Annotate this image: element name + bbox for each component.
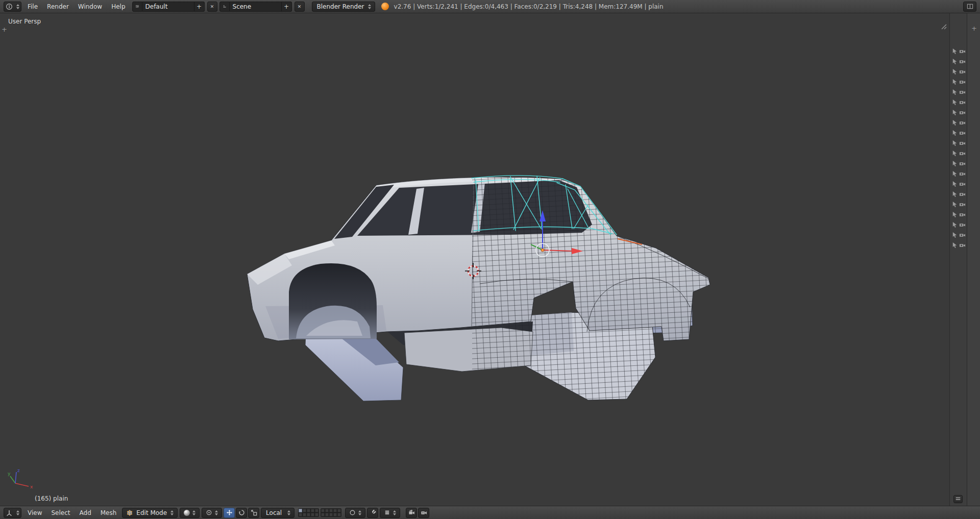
layer-toggle[interactable]: [337, 509, 341, 512]
restrict-render-camera-icon[interactable]: [959, 201, 966, 208]
restrict-render-camera-icon[interactable]: [959, 150, 966, 157]
restrict-render-camera-icon[interactable]: [959, 58, 966, 65]
restrict-select-cursor-icon[interactable]: [951, 58, 958, 65]
manipulator-rotate-toggle[interactable]: [236, 508, 247, 518]
delete-scene-button[interactable]: ✕: [295, 2, 305, 12]
restrict-select-cursor-icon[interactable]: [951, 150, 958, 157]
restrict-render-camera-icon[interactable]: [959, 181, 966, 187]
restrict-select-cursor-icon[interactable]: [951, 211, 958, 218]
region-expand-icon[interactable]: +: [2, 27, 7, 33]
restrict-select-cursor-icon[interactable]: [951, 130, 958, 136]
restrict-render-camera-icon[interactable]: [959, 99, 966, 106]
menu-mesh[interactable]: Mesh: [96, 506, 121, 519]
layer-toggle[interactable]: [303, 513, 306, 516]
manipulator-translate-toggle[interactable]: [224, 508, 235, 518]
menu-window[interactable]: Window: [74, 0, 107, 13]
layer-toggle[interactable]: [315, 509, 318, 512]
layer-toggle[interactable]: [321, 513, 325, 516]
outliner-rows: [951, 46, 966, 250]
panel-corner-button[interactable]: [953, 495, 963, 503]
restrict-render-camera-icon[interactable]: [959, 109, 966, 116]
restrict-select-cursor-icon[interactable]: [951, 89, 958, 95]
viewport-3d[interactable]: User Persp + x y z (165) plain: [0, 13, 949, 506]
restrict-render-camera-icon[interactable]: [959, 68, 966, 75]
restrict-select-cursor-icon[interactable]: [951, 170, 958, 177]
layer-toggle[interactable]: [321, 509, 325, 512]
restrict-select-cursor-icon[interactable]: [951, 242, 958, 249]
layer-toggle[interactable]: [307, 513, 310, 516]
add-scene-button[interactable]: +: [282, 2, 292, 12]
restrict-render-camera-icon[interactable]: [959, 140, 966, 146]
restrict-render-camera-icon[interactable]: [959, 221, 966, 228]
add-layout-button[interactable]: +: [194, 2, 205, 12]
browse-scene-button[interactable]: [219, 2, 230, 12]
restrict-select-cursor-icon[interactable]: [951, 160, 958, 167]
layer-toggle[interactable]: [311, 513, 314, 516]
layer-toggle[interactable]: [325, 513, 329, 516]
restrict-select-cursor-icon[interactable]: [951, 201, 958, 208]
restrict-render-camera-icon[interactable]: [959, 191, 966, 197]
restrict-render-camera-icon[interactable]: [959, 119, 966, 126]
restrict-render-camera-icon[interactable]: [959, 232, 966, 238]
restrict-select-cursor-icon[interactable]: [951, 68, 958, 75]
proportional-edit-dropdown[interactable]: [345, 508, 365, 518]
scene-name-field[interactable]: Scene: [230, 2, 282, 12]
menu-render[interactable]: Render: [42, 0, 74, 13]
menu-select[interactable]: Select: [46, 506, 75, 519]
restrict-select-cursor-icon[interactable]: [951, 221, 958, 228]
restrict-select-cursor-icon[interactable]: [951, 191, 958, 197]
browse-layout-button[interactable]: [132, 2, 142, 12]
layer-toggle[interactable]: [333, 509, 337, 512]
restrict-select-cursor-icon[interactable]: [951, 232, 958, 238]
menu-add[interactable]: Add: [75, 506, 96, 519]
restrict-render-camera-icon[interactable]: [959, 160, 966, 167]
snap-toggle[interactable]: [367, 508, 378, 518]
menu-file[interactable]: File: [23, 0, 42, 13]
restrict-render-camera-icon[interactable]: [959, 242, 966, 249]
layer-toggle[interactable]: [311, 509, 314, 512]
menu-help[interactable]: Help: [107, 0, 130, 13]
mode-dropdown[interactable]: Edit Mode: [122, 508, 178, 518]
restrict-render-camera-icon[interactable]: [959, 79, 966, 85]
restrict-select-cursor-icon[interactable]: [951, 109, 958, 116]
axis-z-label: z: [17, 468, 20, 473]
restrict-select-cursor-icon[interactable]: [951, 99, 958, 106]
restrict-render-camera-icon[interactable]: [959, 48, 966, 55]
restrict-render-camera-icon[interactable]: [959, 130, 966, 136]
restrict-select-cursor-icon[interactable]: [951, 181, 958, 187]
layer-toggle[interactable]: [329, 509, 333, 512]
layer-toggle[interactable]: [303, 509, 306, 512]
manipulator-scale-toggle[interactable]: [248, 508, 259, 518]
orientation-dropdown[interactable]: Local: [261, 508, 295, 518]
layer-toggle[interactable]: [299, 513, 302, 516]
restrict-render-camera-icon[interactable]: [959, 170, 966, 177]
layer-toggle[interactable]: [307, 509, 310, 512]
restrict-select-cursor-icon[interactable]: [951, 48, 958, 55]
shading-dropdown[interactable]: [180, 508, 200, 518]
layer-toggle[interactable]: [299, 509, 302, 512]
header-corner-button[interactable]: [963, 2, 976, 12]
restrict-select-cursor-icon[interactable]: [951, 79, 958, 85]
car-mesh-object[interactable]: [247, 168, 717, 408]
editor-type-button-3dview[interactable]: [4, 508, 21, 518]
layer-toggle[interactable]: [315, 513, 318, 516]
layout-name-field[interactable]: Default: [142, 2, 194, 12]
layer-toggle[interactable]: [325, 509, 329, 512]
restrict-render-camera-icon[interactable]: [959, 89, 966, 95]
editor-type-button-info[interactable]: [4, 2, 21, 12]
restrict-render-camera-icon[interactable]: [959, 211, 966, 218]
pivot-dropdown[interactable]: [202, 508, 222, 518]
delete-layout-button[interactable]: ✕: [207, 2, 217, 12]
restrict-select-cursor-icon[interactable]: [951, 140, 958, 146]
render-engine-dropdown[interactable]: Blender Render: [312, 2, 375, 12]
menu-view[interactable]: View: [23, 506, 46, 519]
corner-resize-handle[interactable]: [940, 22, 947, 30]
layer-toggle[interactable]: [337, 513, 341, 516]
layer-toggle[interactable]: [333, 513, 337, 516]
restrict-select-cursor-icon[interactable]: [951, 119, 958, 126]
opengl-render-anim-button[interactable]: [418, 508, 429, 518]
snap-element-dropdown[interactable]: [380, 508, 400, 518]
layer-toggle[interactable]: [329, 513, 333, 516]
region-expand-icon[interactable]: +: [971, 24, 977, 32]
opengl-render-button[interactable]: [406, 508, 417, 518]
